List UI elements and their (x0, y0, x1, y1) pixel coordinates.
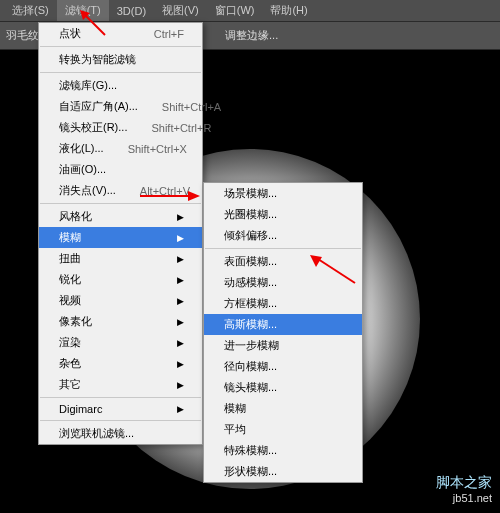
refine-edge-button[interactable]: 调整边缘... (225, 28, 278, 43)
filter-menu: 点状 Ctrl+F 转换为智能滤镜 滤镜库(G)... 自适应广角(A)...S… (38, 22, 203, 445)
shortcut-label: Ctrl+F (154, 28, 184, 40)
blur-submenu: 场景模糊... 光圈模糊... 倾斜偏移... 表面模糊... 动感模糊... … (203, 182, 363, 483)
menu-item-label: 表面模糊... (224, 254, 277, 269)
menu-item-label: 光圈模糊... (224, 207, 277, 222)
menu-item-label: 镜头模糊... (224, 380, 277, 395)
menu-item-label: 点状 (59, 26, 81, 41)
menu-separator (40, 420, 201, 421)
menu-separator (40, 397, 201, 398)
filter-last[interactable]: 点状 Ctrl+F (39, 23, 202, 44)
filter-gallery[interactable]: 滤镜库(G)... (39, 75, 202, 96)
submenu-arrow-icon: ▶ (177, 296, 184, 306)
submenu-arrow-icon: ▶ (177, 254, 184, 264)
shortcut-label: Shift+Ctrl+X (128, 143, 187, 155)
menu-item-label: 场景模糊... (224, 186, 277, 201)
menu-item-label: 特殊模糊... (224, 443, 277, 458)
blur-further[interactable]: 进一步模糊 (204, 335, 362, 356)
menu-item-label: 其它 (59, 377, 81, 392)
menu-view[interactable]: 视图(V) (154, 0, 207, 21)
submenu-arrow-icon: ▶ (177, 275, 184, 285)
shortcut-label: Alt+Ctrl+V (140, 185, 190, 197)
menu-item-label: 风格化 (59, 209, 92, 224)
menu-item-label: 自适应广角(A)... (59, 99, 138, 114)
filter-browse-online[interactable]: 浏览联机滤镜... (39, 423, 202, 444)
menu-item-label: 扭曲 (59, 251, 81, 266)
blur-box[interactable]: 方框模糊... (204, 293, 362, 314)
menu-item-label: 视频 (59, 293, 81, 308)
menu-item-label: 进一步模糊 (224, 338, 279, 353)
menu-filter[interactable]: 滤镜(T) (57, 0, 109, 21)
filter-pixelate[interactable]: 像素化▶ (39, 311, 202, 332)
submenu-arrow-icon: ▶ (177, 404, 184, 414)
filter-sharpen[interactable]: 锐化▶ (39, 269, 202, 290)
filter-vanishing[interactable]: 消失点(V)...Alt+Ctrl+V (39, 180, 202, 201)
menu-item-label: 方框模糊... (224, 296, 277, 311)
submenu-arrow-icon: ▶ (177, 317, 184, 327)
filter-distort[interactable]: 扭曲▶ (39, 248, 202, 269)
blur-average[interactable]: 平均 (204, 419, 362, 440)
menu-item-label: 油画(O)... (59, 162, 106, 177)
watermark-line1: 脚本之家 (436, 473, 492, 491)
menu-window[interactable]: 窗口(W) (207, 0, 263, 21)
menu-item-label: 消失点(V)... (59, 183, 116, 198)
blur-iris[interactable]: 光圈模糊... (204, 204, 362, 225)
menu-item-label: 模糊 (224, 401, 246, 416)
menubar: 选择(S) 滤镜(T) 3D(D) 视图(V) 窗口(W) 帮助(H) (0, 0, 500, 22)
watermark: 脚本之家 jb51.net (436, 473, 492, 505)
menu-item-label: 镜头校正(R)... (59, 120, 127, 135)
menu-item-label: 像素化 (59, 314, 92, 329)
menu-item-label: 形状模糊... (224, 464, 277, 479)
filter-adaptive-wide[interactable]: 自适应广角(A)...Shift+Ctrl+A (39, 96, 202, 117)
filter-oil-paint[interactable]: 油画(O)... (39, 159, 202, 180)
blur-radial[interactable]: 径向模糊... (204, 356, 362, 377)
blur-motion[interactable]: 动感模糊... (204, 272, 362, 293)
submenu-arrow-icon: ▶ (177, 233, 184, 243)
menu-item-label: 转换为智能滤镜 (59, 52, 136, 67)
menu-separator (40, 203, 201, 204)
submenu-arrow-icon: ▶ (177, 212, 184, 222)
menu-item-label: 径向模糊... (224, 359, 277, 374)
menu-item-label: 杂色 (59, 356, 81, 371)
filter-blur[interactable]: 模糊▶ (39, 227, 202, 248)
watermark-line2: jb51.net (436, 491, 492, 505)
filter-noise[interactable]: 杂色▶ (39, 353, 202, 374)
menu-separator (40, 72, 201, 73)
menu-item-label: 平均 (224, 422, 246, 437)
shortcut-label: Shift+Ctrl+R (151, 122, 211, 134)
blur-blur[interactable]: 模糊 (204, 398, 362, 419)
filter-render[interactable]: 渲染▶ (39, 332, 202, 353)
filter-other[interactable]: 其它▶ (39, 374, 202, 395)
blur-gaussian[interactable]: 高斯模糊... (204, 314, 362, 335)
menu-item-label: 锐化 (59, 272, 81, 287)
blur-surface[interactable]: 表面模糊... (204, 251, 362, 272)
menu-separator (40, 46, 201, 47)
blur-field[interactable]: 场景模糊... (204, 183, 362, 204)
blur-lens[interactable]: 镜头模糊... (204, 377, 362, 398)
menu-item-label: Digimarc (59, 403, 102, 415)
filter-video[interactable]: 视频▶ (39, 290, 202, 311)
submenu-arrow-icon: ▶ (177, 338, 184, 348)
menu-separator (205, 248, 361, 249)
menu-help[interactable]: 帮助(H) (262, 0, 315, 21)
filter-convert-smart[interactable]: 转换为智能滤镜 (39, 49, 202, 70)
menu-item-label: 渲染 (59, 335, 81, 350)
blur-shape[interactable]: 形状模糊... (204, 461, 362, 482)
filter-digimarc[interactable]: Digimarc▶ (39, 400, 202, 418)
filter-lens-correction[interactable]: 镜头校正(R)...Shift+Ctrl+R (39, 117, 202, 138)
shortcut-label: Shift+Ctrl+A (162, 101, 221, 113)
menu-3d[interactable]: 3D(D) (109, 2, 154, 20)
blur-tilt-shift[interactable]: 倾斜偏移... (204, 225, 362, 246)
menu-item-label: 液化(L)... (59, 141, 104, 156)
menu-item-label: 倾斜偏移... (224, 228, 277, 243)
menu-select[interactable]: 选择(S) (4, 0, 57, 21)
menu-item-label: 高斯模糊... (224, 317, 277, 332)
filter-liquify[interactable]: 液化(L)...Shift+Ctrl+X (39, 138, 202, 159)
menu-item-label: 模糊 (59, 230, 81, 245)
blur-special[interactable]: 特殊模糊... (204, 440, 362, 461)
menu-item-label: 浏览联机滤镜... (59, 426, 134, 441)
menu-item-label: 滤镜库(G)... (59, 78, 117, 93)
submenu-arrow-icon: ▶ (177, 359, 184, 369)
submenu-arrow-icon: ▶ (177, 380, 184, 390)
menu-item-label: 动感模糊... (224, 275, 277, 290)
filter-stylize[interactable]: 风格化▶ (39, 206, 202, 227)
